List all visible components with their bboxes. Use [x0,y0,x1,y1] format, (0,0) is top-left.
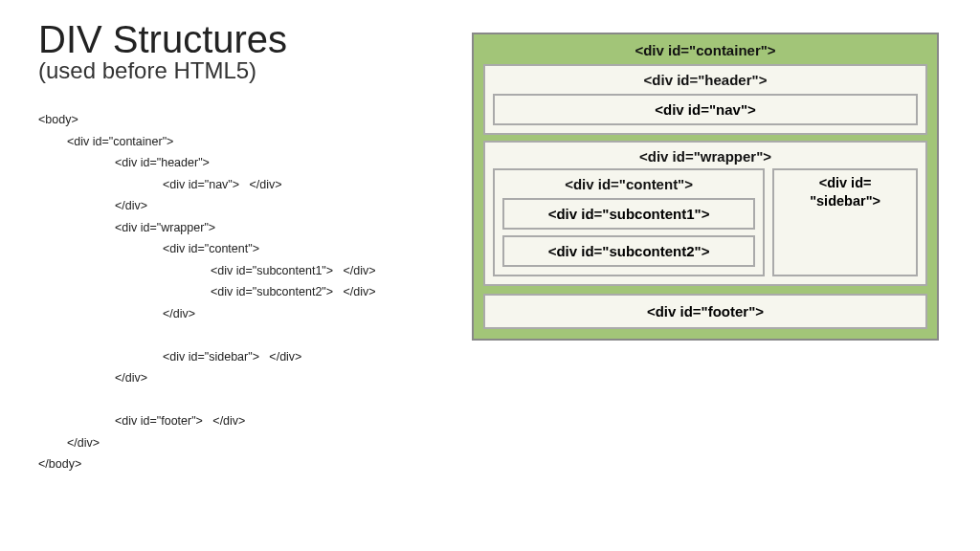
code-line: <div id="content"> [38,238,450,260]
diagram-subcontent2: <div id="subcontent2"> [502,235,755,267]
code-line: <div id="nav"> </div> [38,174,450,196]
code-line: <body> [38,109,450,131]
code-line: </div> [38,367,450,389]
diagram-label-wrapper: <div id="wrapper"> [493,148,918,165]
code-line [38,324,450,346]
code-line: </div> [38,303,450,325]
diagram-label-content: <div id="content"> [502,176,755,192]
diagram-nav: <div id="nav"> [493,94,918,125]
diagram-label-container: <div id="container"> [483,42,927,58]
diagram-footer: <div id="footer"> [483,294,927,329]
diagram-subcontent1: <div id="subcontent1"> [502,198,755,230]
code-listing: <body><div id="container"><div id="heade… [38,109,450,475]
left-column: DIV Structures (used before HTML5) <body… [38,19,459,532]
right-column: <div id="container"> <div id="header"> <… [459,19,951,532]
diagram-container: <div id="container"> <div id="header"> <… [472,33,939,341]
code-line: <div id="subcontent2"> </div> [38,281,450,303]
slide-subtitle: (used before HTML5) [38,57,450,84]
diagram-sidebar-line2: "sidebar"> [774,192,916,210]
slide: DIV Structures (used before HTML5) <body… [0,0,980,551]
code-line: <div id="container"> [38,131,450,153]
slide-title: DIV Structures [38,19,450,59]
diagram-wrapper-row: <div id="content"> <div id="subcontent1"… [493,168,918,276]
diagram-label-header: <div id="header"> [493,72,918,88]
diagram-content: <div id="content"> <div id="subcontent1"… [493,168,765,276]
code-line: </div> [38,432,450,454]
code-line: <div id="wrapper"> [38,217,450,239]
code-line: <div id="footer"> </div> [38,410,450,432]
code-line: </body> [38,453,450,475]
diagram-sidebar: <div id= "sidebar"> [772,168,918,276]
diagram-header: <div id="header"> <div id="nav"> [483,64,927,135]
code-line [38,389,450,411]
diagram-wrapper: <div id="wrapper"> <div id="content"> <d… [483,141,927,286]
code-line: <div id="header"> [38,152,450,174]
code-line: </div> [38,195,450,217]
code-line: <div id="subcontent1"> </div> [38,260,450,282]
code-line: <div id="sidebar"> </div> [38,346,450,368]
diagram-sidebar-line1: <div id= [774,174,916,192]
